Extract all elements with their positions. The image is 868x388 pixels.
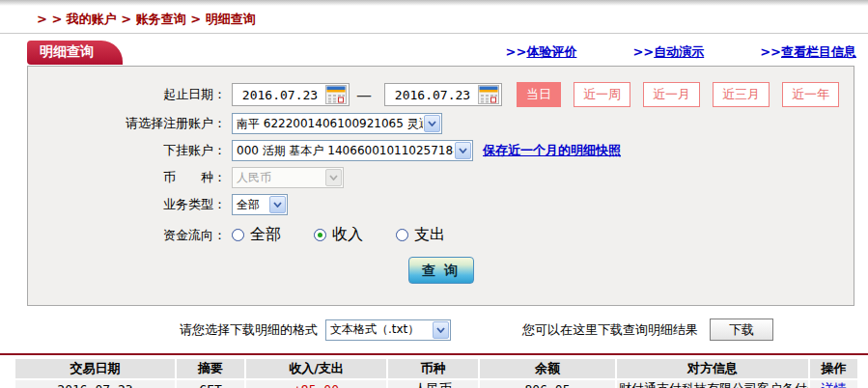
- query-form-panel: 起止日期： 2016.07.23 — 2016.07.23: [27, 66, 854, 306]
- cell-counterparty: 财付通支付科技有限公司客户备付金: [617, 380, 808, 388]
- chevron-down-icon: [325, 169, 342, 186]
- business-type-select[interactable]: 全部: [232, 194, 288, 215]
- cell-summary: CFT: [177, 380, 244, 388]
- date-range-label: 起止日期：: [28, 86, 226, 103]
- download-format-select[interactable]: 文本格式（.txt）: [325, 319, 451, 341]
- quick-range-week-button[interactable]: 近一周: [574, 82, 630, 107]
- cell-currency: 人民币: [388, 380, 478, 388]
- chevron-down-icon[interactable]: [424, 115, 440, 132]
- date-range-row: 起止日期： 2016.07.23 — 2016.07.23: [28, 82, 854, 107]
- tab-detail-query[interactable]: 明细查询: [27, 41, 123, 65]
- calendar-icon[interactable]: [478, 85, 499, 104]
- breadcrumb-divider: [0, 33, 868, 34]
- end-date-value: 2016.07.23: [387, 88, 478, 102]
- currency-row: 币 种： 人民币: [28, 167, 854, 188]
- start-date-value: 2016.07.23: [235, 88, 325, 102]
- sub-account-value: 000 活期 基本户 1406600101102571848: [233, 143, 454, 159]
- link-prefix: >>: [506, 44, 527, 59]
- col-summary: 摘要: [177, 359, 244, 378]
- table-top-rule: [0, 353, 868, 355]
- table-header-row: 交易日期 摘要 收入/支出 币种 余额 对方信息 操作: [15, 359, 857, 378]
- query-button[interactable]: 查 询: [408, 257, 474, 284]
- currency-select: 人民币: [232, 167, 344, 188]
- breadcrumb: > > 我的账户 > 账务查询 > 明细查询: [0, 6, 868, 33]
- col-trade-date: 交易日期: [15, 359, 175, 378]
- page: > > 我的账户 > 账务查询 > 明细查询 明细查询 >>体验评价 >>自动演…: [0, 0, 868, 388]
- fund-flow-row: 资金流向： 全部 收入 支出: [28, 225, 854, 245]
- radio-label: 支出: [414, 225, 445, 245]
- link-prefix: >>: [760, 44, 781, 59]
- business-type-label: 业务类型：: [28, 196, 226, 213]
- start-date-input[interactable]: 2016.07.23: [232, 83, 350, 106]
- date-separator: —: [356, 86, 372, 104]
- section-header: 明细查询 >>体验评价 >>自动演示 >>查看栏目信息: [0, 41, 868, 65]
- link-auto-demo[interactable]: >>自动演示: [632, 43, 704, 61]
- col-income-expense: 收入/支出: [246, 359, 386, 378]
- cell-balance: 806.05: [480, 380, 615, 388]
- download-row: 请您选择下载明细的格式 文本格式（.txt） 您可以在这里下载查询明细结果 下载: [180, 319, 868, 341]
- quick-range-month-button[interactable]: 近一月: [643, 82, 700, 107]
- link-view-column-info[interactable]: >>查看栏目信息: [760, 43, 856, 61]
- cell-amount: +95.00: [246, 380, 386, 388]
- fund-flow-label: 资金流向：: [28, 227, 226, 244]
- download-button[interactable]: 下载: [710, 319, 773, 341]
- chevron-down-icon[interactable]: [455, 142, 471, 159]
- save-snapshot-link[interactable]: 保存近一个月的明细快照: [483, 142, 621, 159]
- fund-flow-option-all[interactable]: 全部: [232, 225, 281, 245]
- currency-value: 人民币: [233, 170, 324, 186]
- register-account-select[interactable]: 南平 6222001406100921065 灵通卡: [232, 113, 442, 134]
- calendar-icon[interactable]: [325, 85, 347, 104]
- col-balance: 余额: [480, 359, 615, 378]
- register-account-row: 请选择注册账户： 南平 6222001406100921065 灵通卡: [28, 113, 854, 134]
- radio-checked-icon[interactable]: [314, 229, 326, 241]
- transaction-table: 交易日期 摘要 收入/支出 币种 余额 对方信息 操作 2016-07-23 C…: [14, 357, 859, 388]
- download-hint: 您可以在这里下载查询明细结果: [522, 321, 698, 339]
- chevron-down-icon[interactable]: [433, 321, 449, 339]
- col-currency: 币种: [388, 359, 478, 378]
- radio-unchecked-icon[interactable]: [396, 229, 408, 241]
- link-experience-rating[interactable]: >>体验评价: [506, 43, 577, 61]
- sub-account-select[interactable]: 000 活期 基本户 1406600101102571848: [232, 140, 473, 161]
- quick-range-year-button[interactable]: 近一年: [782, 82, 839, 107]
- download-format-label: 请您选择下载明细的格式: [180, 321, 318, 339]
- col-action: 操作: [810, 359, 857, 378]
- download-format-value: 文本格式（.txt）: [326, 321, 432, 338]
- quick-range-3months-button[interactable]: 近三月: [713, 82, 770, 107]
- fund-flow-options: 全部 收入 支出: [232, 225, 478, 245]
- end-date-input[interactable]: 2016.07.23: [384, 83, 502, 106]
- link-label: 体验评价: [526, 44, 576, 59]
- sub-account-row: 下挂账户： 000 活期 基本户 1406600101102571848 保存近…: [28, 140, 854, 161]
- register-account-value: 南平 6222001406100921065 灵通卡: [233, 116, 423, 132]
- fund-flow-option-expense[interactable]: 支出: [396, 225, 445, 245]
- radio-label: 收入: [332, 225, 363, 245]
- quick-range-today-button[interactable]: 当日: [517, 82, 561, 107]
- link-label: 自动演示: [654, 44, 704, 59]
- business-type-row: 业务类型： 全部: [28, 194, 854, 215]
- link-label: 查看栏目信息: [781, 44, 856, 59]
- col-counterparty: 对方信息: [617, 359, 808, 378]
- fund-flow-option-income[interactable]: 收入: [314, 225, 363, 245]
- table-row: 2016-07-23 CFT +95.00 人民币 806.05 财付通支付科技…: [15, 380, 857, 388]
- currency-label: 币 种：: [28, 169, 226, 186]
- link-prefix: >>: [632, 44, 654, 59]
- cell-trade-date: 2016-07-23: [15, 380, 175, 388]
- detail-link[interactable]: 详情: [822, 381, 847, 388]
- register-account-label: 请选择注册账户：: [28, 115, 226, 132]
- radio-unchecked-icon[interactable]: [232, 229, 244, 241]
- chevron-down-icon[interactable]: [269, 196, 286, 213]
- sub-account-label: 下挂账户：: [28, 142, 226, 159]
- business-type-value: 全部: [233, 197, 268, 213]
- radio-label: 全部: [250, 225, 281, 245]
- header-links: >>体验评价 >>自动演示 >>查看栏目信息: [506, 43, 868, 65]
